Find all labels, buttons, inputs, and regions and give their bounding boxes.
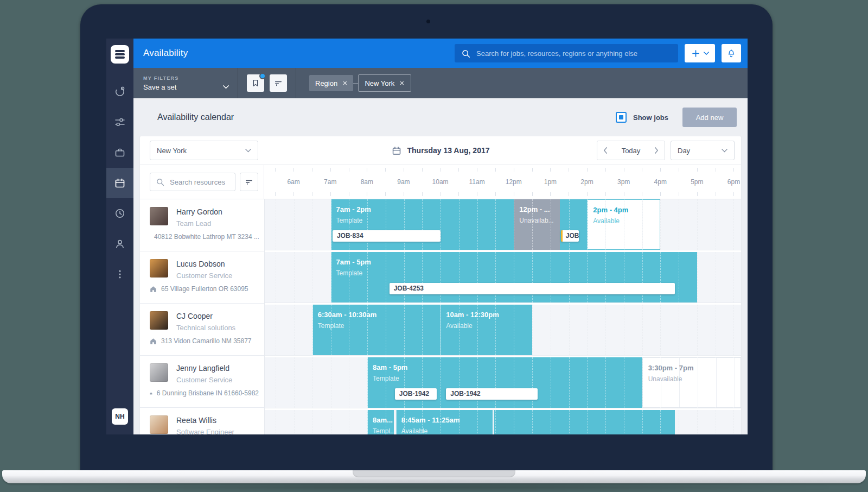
sidebar-item-calendar[interactable] — [106, 168, 133, 198]
global-search[interactable] — [455, 44, 678, 62]
gridline-overlay — [514, 305, 514, 355]
notifications-button[interactable] — [722, 44, 741, 62]
axis-tick — [349, 168, 349, 172]
gridline-overlay — [551, 199, 551, 250]
today-button[interactable]: Today — [614, 141, 648, 160]
gridline-overlay — [386, 357, 386, 408]
resource-role: Software Engineer — [176, 428, 234, 434]
availability-block[interactable] — [494, 410, 675, 434]
gridline-overlay — [386, 305, 386, 355]
resource-list-item[interactable]: Jenny LangfieldCustomer Service6 Dunning… — [140, 356, 264, 408]
previous-day-button[interactable] — [597, 141, 614, 160]
availability-block[interactable]: 3:30pm - 7pmUnavailable — [642, 357, 741, 408]
gridline-overlay — [404, 410, 405, 434]
job-chip[interactable]: JOB-4253 — [390, 283, 675, 294]
gridline-overlay — [404, 357, 405, 408]
availability-block[interactable]: 10am - 12:30pmAvailable — [441, 305, 532, 355]
divider — [296, 68, 296, 98]
sidebar-item-more-dots[interactable] — [106, 259, 133, 289]
job-chip[interactable]: JOB-834 — [333, 230, 441, 242]
axis-tick — [642, 192, 642, 196]
next-day-button[interactable] — [648, 141, 665, 160]
block-time-label: 8:45am - 11:25am — [401, 416, 493, 424]
sidebar-item-swimlanes[interactable] — [106, 107, 133, 137]
gridline-overlay — [294, 305, 295, 355]
axis-tick — [587, 192, 588, 196]
gridline-overlay — [605, 357, 606, 408]
chevron-down-icon — [704, 52, 709, 55]
gridline-overlay — [660, 252, 661, 302]
filter-tag-new-york[interactable]: New York ✕ — [358, 74, 411, 92]
job-chip[interactable]: JOB-... — [561, 230, 579, 242]
availability-block[interactable]: 8:45am - 11:25amAvailable — [396, 410, 493, 434]
gridline-overlay — [459, 252, 459, 302]
resource-search-input[interactable] — [169, 178, 229, 187]
page-title: Availability — [143, 48, 188, 59]
laptop-shadow — [22, 483, 846, 491]
gridline-overlay — [697, 252, 698, 302]
global-search-input[interactable] — [475, 49, 672, 58]
gridline-overlay — [441, 305, 441, 355]
sidebar-item-person[interactable] — [106, 229, 133, 259]
resource-name: Reeta Willis — [176, 415, 234, 425]
gridline-overlay — [587, 252, 588, 302]
chevron-down-icon — [223, 85, 229, 89]
sidebar-item-briefcase[interactable] — [106, 137, 133, 168]
show-jobs-toggle[interactable]: Show jobs — [616, 112, 668, 123]
job-chip[interactable]: JOB-1942 — [395, 388, 437, 400]
filter-list-button[interactable] — [270, 74, 287, 92]
user-avatar-badge[interactable]: NH — [112, 408, 128, 425]
sidebar-item-pie-chart[interactable] — [106, 77, 133, 107]
tag-connector — [353, 83, 358, 84]
axis-tick — [385, 168, 386, 172]
show-jobs-checkbox[interactable] — [616, 112, 627, 123]
timeline-row: 7am - 2pmTemplate12pm - ...Unavailab...2… — [265, 199, 741, 250]
add-button[interactable] — [685, 44, 715, 62]
pie-chart-icon — [114, 86, 126, 98]
briefcase-icon — [114, 147, 126, 159]
bookmark-icon — [251, 78, 260, 88]
sort-lines-icon — [273, 78, 283, 88]
my-filters-dropdown[interactable]: MY FILTERS Save a set — [143, 75, 229, 91]
availability-block[interactable]: 8am - 5pmTemplate — [367, 357, 642, 408]
availability-block[interactable]: 8am...Templ... — [367, 410, 394, 434]
resource-list-item[interactable]: Reeta WillisSoftware Engineer — [140, 408, 264, 434]
resource-summary: Lucus DobsonCustomer Service — [150, 259, 259, 280]
laptop-webcam — [426, 20, 430, 23]
remove-tag-icon[interactable]: ✕ — [342, 80, 347, 87]
resource-search[interactable] — [150, 173, 235, 191]
gridline-overlay — [441, 410, 441, 434]
search-icon — [461, 49, 470, 58]
gridline-overlay — [716, 357, 716, 408]
sidebar-item-clock[interactable] — [106, 198, 133, 229]
gridline-overlay — [642, 305, 643, 355]
resource-list-item[interactable]: Lucus DobsonCustomer Service65 Village F… — [140, 251, 264, 304]
job-chip[interactable]: JOB-1942 — [446, 388, 538, 400]
axis-tick — [587, 168, 588, 172]
remove-tag-icon[interactable]: ✕ — [399, 80, 404, 87]
gridline-overlay — [605, 199, 606, 250]
filter-tag-region[interactable]: Region ✕ — [309, 75, 353, 91]
view-mode-select[interactable]: Day — [671, 141, 735, 160]
axis-tick — [385, 192, 386, 196]
gridline-overlay — [551, 410, 551, 434]
gridline-overlay — [349, 252, 349, 302]
resource-sort-button[interactable] — [240, 173, 258, 191]
axis-tick — [660, 168, 661, 172]
resource-list-item[interactable]: CJ CooperTechnical solutions313 Vidon Ca… — [140, 304, 264, 356]
saved-filters-button[interactable] — [247, 74, 264, 92]
gridline-overlay — [624, 357, 624, 408]
gridline-overlay — [660, 410, 661, 434]
gridline-overlay — [697, 357, 698, 408]
gridline-overlay — [605, 252, 606, 302]
timeline-row: 7am - 5pmTemplateJOB-4253 — [265, 252, 741, 302]
region-select[interactable]: New York — [150, 141, 258, 160]
axis-tick — [697, 168, 698, 172]
resource-list-item[interactable]: Harry GordonTeam Lead40812 Bobwhite Lath… — [140, 199, 264, 251]
app-logo[interactable] — [111, 45, 129, 64]
availability-block[interactable]: 12pm - ...Unavailab... — [514, 199, 559, 250]
gridline-overlay — [642, 357, 643, 408]
gridline-overlay — [624, 305, 624, 355]
add-new-button[interactable]: Add new — [682, 108, 737, 127]
my-filters-value: Save a set — [143, 83, 176, 91]
